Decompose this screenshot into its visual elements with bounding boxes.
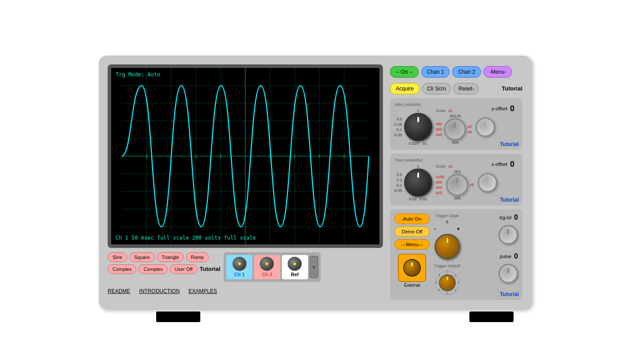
trigger-slope-knob[interactable] <box>435 234 460 259</box>
acquire-button[interactable]: Acquire <box>390 83 420 94</box>
right-panel: -- On -- Chan 1 Chan 2 -Menu- Acquire Cl… <box>390 64 522 300</box>
bottom-nav-row: README INTRODUCTION EXAMPLES <box>108 286 383 296</box>
oscilloscope-frame: Trg Mode: Auto Ch 1 50 msec full scale 2… <box>99 56 531 309</box>
x-offset-indicator <box>487 177 488 182</box>
ramp-button[interactable]: Ramp <box>186 252 209 262</box>
oscilloscope-screen: Trg Mode: Auto Ch 1 50 msec full scale 2… <box>111 68 379 244</box>
channel-nav-button[interactable]: ≡ <box>310 256 319 278</box>
ch1-knob[interactable] <box>232 257 247 271</box>
volts-k1-025: 0.25 <box>394 122 402 127</box>
pulse-value: 0 <box>514 252 518 260</box>
volts-knob2[interactable] <box>444 118 466 140</box>
time-scale-title: Scale <box>436 164 446 169</box>
ch1-box[interactable]: Ch 1 <box>226 255 252 279</box>
svg-text:4: 4 <box>454 289 456 292</box>
time-k1-02: 0.2 <box>394 178 402 182</box>
waveform-buttons: Sine Square Triangle Ramp Complex Comple… <box>108 252 220 274</box>
ch2-box[interactable]: Ch 2 <box>254 255 280 279</box>
time-knob1[interactable] <box>404 169 432 197</box>
ch1-label: Ch 1 <box>234 272 245 277</box>
ch2-knob-dot <box>266 263 268 265</box>
time-k2-x5: x5 <box>470 183 474 187</box>
volts-knob2-indicator <box>454 122 456 128</box>
slope-plus: + <box>457 226 460 232</box>
volts-tutorial[interactable]: Tutorial <box>500 141 519 147</box>
chan1-button[interactable]: Chan 1 <box>421 66 450 78</box>
external-knob[interactable] <box>403 259 421 277</box>
external-knob-indicator <box>411 262 413 266</box>
menu-button[interactable]: -Menu- <box>484 66 512 78</box>
holdoff-knob[interactable] <box>439 274 456 291</box>
pulse-name: pulse <box>500 254 511 259</box>
square-button[interactable]: Square <box>129 252 154 262</box>
introduction-link[interactable]: INTRODUCTION <box>139 288 180 294</box>
volts-k2-bottom-labels: .005 <box>451 140 459 145</box>
svg-text:2: 2 <box>454 273 456 276</box>
trigger-left-controls: -Auto On- Demo Off ---Menu--- External <box>394 214 430 296</box>
user-off-button[interactable]: User Off <box>170 264 198 274</box>
left-panel: Trg Mode: Auto Ch 1 50 msec full scale 2… <box>108 64 383 300</box>
on-button[interactable]: -- On -- <box>390 66 419 78</box>
volts-scale-title: Scale <box>436 109 446 113</box>
volts-k2-x10: x10 <box>436 132 442 137</box>
ref-box[interactable]: Ref <box>282 255 308 279</box>
volts-knob1[interactable] <box>404 113 432 141</box>
x-offset-value: 0 <box>510 160 514 169</box>
auto-on-button[interactable]: -Auto On- <box>394 214 430 224</box>
trg-lvl-name: trg-lvl <box>499 215 511 220</box>
ch2-knob[interactable] <box>260 257 274 271</box>
volts-k1-0025: 0.025 <box>409 141 419 146</box>
external-label: External <box>404 283 420 288</box>
trigger-menu-button[interactable]: ---Menu--- <box>394 239 430 250</box>
trigger-tutorial[interactable]: Tutorial <box>500 291 519 297</box>
volts-knob2-right-labels: x2 x5 <box>468 124 472 134</box>
demo-button[interactable]: Demo Off <box>394 226 430 237</box>
volts-knob1-left-labels: 0.5 0.25 0.1 0.05 <box>394 117 402 137</box>
trigger-mode-label: Trg Mode: Auto <box>116 71 160 78</box>
volts-k1-bottom-labels: 0.025 .01 <box>409 141 427 146</box>
time-knob1-indicator <box>417 173 419 178</box>
external-box[interactable] <box>398 254 426 282</box>
ref-knob[interactable] <box>288 257 302 271</box>
trg-lvl-knob[interactable] <box>499 225 518 244</box>
x-offset-knob-group: x-offset 0 <box>478 164 497 192</box>
time-section-title: Time (msec/div) <box>394 158 423 162</box>
bottom-connector-right <box>469 311 514 322</box>
time-scale-knob-group: Scale x1 x100 x50 x20 x10 .001 <box>436 164 474 200</box>
time-tutorial[interactable]: Tutorial <box>500 197 519 203</box>
y-offset-knob[interactable] <box>476 117 495 137</box>
complex1-button[interactable]: Complex <box>108 264 136 274</box>
pulse-knob[interactable] <box>499 264 518 283</box>
chan2-button[interactable]: Chan 2 <box>452 66 481 78</box>
slope-title: Trigger Slope <box>435 214 459 218</box>
time-scale-value: x1 <box>449 164 453 169</box>
time-k2-bottom-labels: .005 <box>453 196 461 200</box>
readme-link[interactable]: README <box>108 288 130 294</box>
time-knob2-indicator <box>456 178 458 183</box>
examples-link[interactable]: EXAMPLES <box>188 288 217 294</box>
time-k1-05: 0.5 <box>394 173 402 177</box>
volts-k2-top: .00125 <box>449 114 461 118</box>
ch2-label: Ch 2 <box>262 272 273 277</box>
triangle-button[interactable]: Triangle <box>157 252 184 262</box>
reset-button[interactable]: Reset- <box>454 83 479 94</box>
slope-plus-minus: - + <box>435 226 460 232</box>
x-offset-knob[interactable] <box>478 173 497 192</box>
sine-button[interactable]: Sine <box>108 252 127 262</box>
complex2-button[interactable]: Complex <box>139 264 167 274</box>
trigger-right-group: trg-lvl 0 pulse 0 <box>465 214 518 296</box>
clr-scrn-button[interactable]: Clr Scrn <box>422 83 451 94</box>
time-knob2[interactable] <box>446 174 468 196</box>
volts-k2-x5: x5 <box>468 130 472 134</box>
slope-value: 0 <box>446 220 448 224</box>
slope-knob-indicator <box>446 238 448 243</box>
top-buttons-row1: -- On -- Chan 1 Chan 2 -Menu- <box>390 64 522 79</box>
time-knob1-left-labels: 0.5 0.2 0.1 0.05 <box>394 173 402 193</box>
volts-section: Volts (volts/div) 0.5 0.25 0.1 0.05 1 <box>390 98 522 150</box>
time-k1-top: 1 <box>417 164 419 169</box>
pulse-header: pulse 0 <box>465 252 518 260</box>
channel-icons-row: Ch 1 Ch 2 Ref ≡ <box>226 255 318 279</box>
volts-section-title: Volts (volts/div) <box>394 102 421 107</box>
nav-icon: ≡ <box>313 265 315 270</box>
volts-scale-value: x1 <box>449 109 453 113</box>
